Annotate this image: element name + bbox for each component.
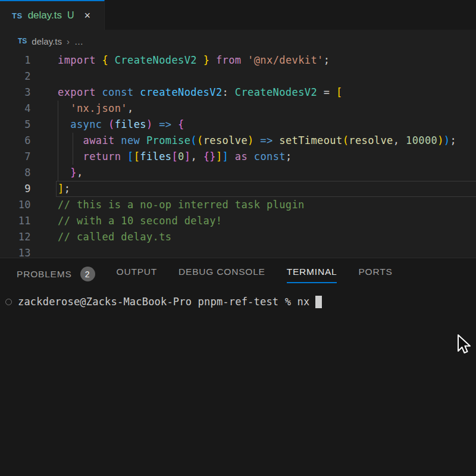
- code-token: ]: [58, 183, 64, 195]
- code-token: (: [108, 118, 115, 130]
- code-token: [: [336, 86, 343, 98]
- code-line-10[interactable]: 10// this is a no-op interred task plugi…: [0, 197, 476, 213]
- code-token: new: [115, 134, 140, 146]
- code-token: return: [58, 151, 121, 162]
- line-number: 11: [0, 213, 31, 229]
- code-token: await: [58, 134, 115, 146]
- code-line-4[interactable]: 4 'nx.json',: [0, 101, 476, 117]
- code-line-content: await new Promise((resolve) => setTimeou…: [31, 133, 456, 149]
- code-token: // this is a no-op interred task plugin: [58, 199, 305, 211]
- code-token: [: [127, 151, 134, 162]
- code-token: 10000: [399, 134, 437, 146]
- command-decoration-icon: [5, 299, 12, 305]
- code-token: '@nx/devkit': [248, 54, 324, 66]
- code-token: [: [171, 151, 178, 162]
- code-line-content: 'nx.json',: [31, 101, 134, 117]
- code-token: from: [216, 54, 242, 66]
- tab-delay-ts[interactable]: TS delay.ts U ×: [0, 0, 105, 30]
- code-line-content: // this is a no-op interred task plugin: [31, 197, 305, 213]
- close-icon[interactable]: ×: [84, 10, 91, 22]
- panel-tab-ports[interactable]: PORTS: [358, 267, 392, 283]
- code-token: ): [146, 118, 153, 130]
- code-line-6[interactable]: 6 await new Promise((resolve) => setTime…: [0, 133, 476, 149]
- panel-tab-label: TERMINAL: [287, 267, 337, 277]
- terminal-cursor: [315, 296, 322, 308]
- typescript-file-icon: TS: [12, 11, 23, 20]
- line-number: 6: [0, 133, 31, 149]
- code-token: CreateNodesV2: [228, 86, 317, 98]
- line-number: 3: [0, 84, 31, 101]
- line-number: 1: [0, 52, 31, 68]
- code-line-content: },: [31, 165, 83, 181]
- breadcrumb[interactable]: TS delay.ts › …: [0, 30, 476, 52]
- code-token: setTimeout: [273, 134, 343, 146]
- panel-tab-bar: PROBLEMS2OUTPUTDEBUG CONSOLETERMINALPORT…: [0, 258, 476, 287]
- line-number: 2: [0, 68, 31, 84]
- line-number: 10: [0, 197, 31, 213]
- code-token: ]: [216, 151, 223, 162]
- code-token: files: [140, 151, 171, 162]
- code-token: const: [96, 86, 134, 98]
- code-token: [330, 86, 336, 98]
- mouse-cursor: [457, 334, 472, 356]
- code-token: (: [197, 134, 203, 146]
- code-line-content: [31, 68, 58, 84]
- typescript-file-icon: TS: [18, 37, 27, 45]
- code-line-11[interactable]: 11// with a 10 second delay!: [0, 213, 476, 229]
- code-line-9[interactable]: 9];: [0, 181, 476, 197]
- code-line-2[interactable]: 2: [0, 68, 476, 84]
- line-number: 12: [0, 229, 31, 245]
- code-line-3[interactable]: 3export const createNodesV2: CreateNodes…: [0, 84, 476, 101]
- breadcrumb-symbol-ellipsis[interactable]: …: [74, 36, 84, 46]
- chevron-right-icon: ›: [67, 36, 70, 46]
- code-token: [171, 118, 178, 130]
- code-token: ;: [286, 151, 292, 162]
- code-line-1[interactable]: 1import { CreateNodesV2 } from '@nx/devk…: [0, 52, 476, 68]
- code-line-5[interactable]: 5 async (files) => {: [0, 117, 476, 133]
- code-token: const: [248, 151, 286, 162]
- terminal-line[interactable]: zackderose@Zacks-MacBook-Pro pnpm-ref-te…: [0, 295, 476, 309]
- line-number: 7: [0, 149, 31, 165]
- panel-tab-label: PROBLEMS: [17, 269, 72, 280]
- code-token: export: [58, 86, 96, 98]
- code-token: =>: [153, 118, 172, 130]
- code-editor[interactable]: 1import { CreateNodesV2 } from '@nx/devk…: [0, 52, 476, 258]
- code-token: {: [102, 54, 108, 66]
- code-token: ;: [324, 54, 330, 66]
- problems-count-badge: 2: [80, 267, 95, 281]
- code-token: // with a 10 second delay!: [58, 215, 223, 227]
- terminal-prompt: zackderose@Zacks-MacBook-Pro pnpm-ref-te…: [18, 296, 309, 308]
- code-token: import: [58, 54, 102, 66]
- code-token: CreateNodesV2: [108, 54, 203, 66]
- code-line-8[interactable]: 8 },: [0, 165, 476, 181]
- code-token: }: [209, 151, 216, 162]
- code-token: // called delay.ts: [58, 231, 171, 243]
- code-token: :: [223, 86, 229, 98]
- code-line-content: return [[files[0], {}]] as const;: [31, 149, 292, 165]
- code-token: ]: [184, 151, 191, 162]
- code-line-12[interactable]: 12// called delay.ts: [0, 229, 476, 245]
- code-token: ): [248, 134, 254, 146]
- panel-tab-problems[interactable]: PROBLEMS2: [17, 267, 95, 287]
- code-token: 'nx.json': [70, 102, 127, 114]
- breadcrumb-filename[interactable]: delay.ts: [32, 36, 62, 46]
- code-token: ): [437, 134, 444, 146]
- code-token: =: [317, 86, 330, 98]
- code-token: ): [444, 134, 450, 146]
- code-token: [58, 102, 70, 114]
- terminal-prompt-text: zackderose@Zacks-MacBook-Pro pnpm-ref-te…: [18, 296, 291, 308]
- code-token: ,: [127, 102, 134, 114]
- tab-filename: delay.ts: [28, 10, 62, 21]
- code-token: [209, 54, 216, 66]
- panel-tab-label: OUTPUT: [117, 267, 158, 277]
- code-line-7[interactable]: 7 return [[files[0], {}]] as const;: [0, 149, 476, 165]
- code-token: (: [190, 134, 197, 146]
- panel-tab-terminal[interactable]: TERMINAL: [287, 267, 337, 283]
- bottom-panel: PROBLEMS2OUTPUTDEBUG CONSOLETERMINALPORT…: [0, 258, 476, 476]
- code-token: {: [178, 118, 184, 130]
- line-number: 9: [0, 181, 31, 197]
- panel-tab-label: DEBUG CONSOLE: [178, 267, 265, 277]
- panel-tab-output[interactable]: OUTPUT: [117, 267, 158, 283]
- code-token: ]: [223, 151, 229, 162]
- panel-tab-debug-console[interactable]: DEBUG CONSOLE: [178, 267, 265, 283]
